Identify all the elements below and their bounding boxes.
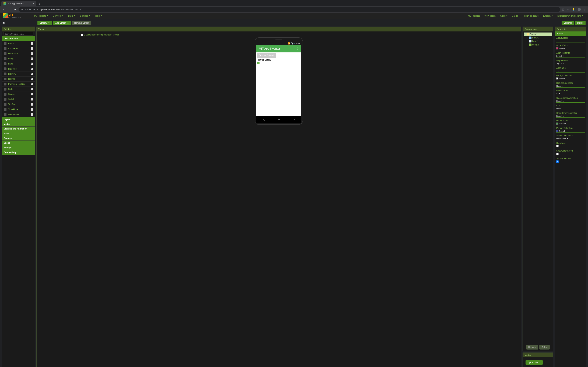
prop-value[interactable]: None... <box>556 84 585 88</box>
prop-value[interactable]: Unspecified ▾ <box>556 137 585 140</box>
rename-button[interactable]: Rename <box>526 345 538 350</box>
help-icon[interactable]: ? <box>31 103 33 106</box>
help-icon[interactable]: ? <box>31 88 33 90</box>
palette-webviewer[interactable]: WebViewer? <box>2 112 35 117</box>
nav-my-projects[interactable]: My Projects ▼ <box>32 13 50 18</box>
help-icon[interactable]: ? <box>31 58 33 60</box>
tree-item-button1[interactable]: Button1 <box>529 36 552 40</box>
drawer-storage[interactable]: Storage <box>2 145 35 150</box>
prop-value[interactable]: None... <box>556 107 585 110</box>
menu-icon[interactable]: ⋮ <box>584 8 586 11</box>
address-bar[interactable]: ⚠ Not Secure ai2.appinventor.mit.edu/#49… <box>19 7 560 12</box>
help-icon[interactable]: ? <box>31 47 33 50</box>
search-components-input[interactable] <box>3 32 34 36</box>
designer-button[interactable]: Designer <box>562 21 574 25</box>
nav-view-trash[interactable]: View Trash <box>482 13 498 18</box>
prop-value[interactable]: All ▾ <box>556 92 585 95</box>
phone-content[interactable]: Text for Button1 Text for Label1 <box>256 52 301 116</box>
forward-button[interactable]: → <box>8 8 11 11</box>
drawer-user-interface[interactable]: User Interface <box>2 36 35 41</box>
prop-value[interactable]: Top : 1 ▾ <box>556 62 585 65</box>
help-icon[interactable]: ? <box>31 42 33 45</box>
prop-value[interactable]: Custom... <box>556 122 585 125</box>
overflow-icon[interactable]: ⋮ <box>296 47 299 50</box>
palette-listview[interactable]: ListView? <box>2 71 35 76</box>
remove-screen-button[interactable]: Remove Screen <box>72 21 91 25</box>
close-icon[interactable]: ✕ <box>33 2 34 5</box>
help-icon[interactable]: ? <box>31 83 33 85</box>
palette-spinner[interactable]: Spinner? <box>2 92 35 97</box>
drawer-maps[interactable]: Maps <box>2 131 35 136</box>
back-key-icon[interactable]: ◁ <box>263 118 265 121</box>
drawer-layout[interactable]: Layout <box>2 117 35 122</box>
palette-timepicker[interactable]: TimePicker? <box>2 107 35 112</box>
prop-value[interactable] <box>556 70 585 73</box>
tree-item-image1[interactable]: Image1 <box>529 43 552 47</box>
nav-help[interactable]: Help ▼ <box>93 13 104 18</box>
palette-switch[interactable]: Switch? <box>2 97 35 102</box>
palette-label[interactable]: Label? <box>2 61 35 67</box>
star-icon[interactable]: ☆ <box>567 8 569 11</box>
help-icon[interactable]: ? <box>31 52 33 55</box>
palette-textbox[interactable]: TextBox? <box>2 102 35 107</box>
drawer-connectivity[interactable]: Connectivity <box>2 150 35 155</box>
delete-button[interactable]: Delete <box>539 345 550 350</box>
prop-value[interactable]: Default ▾ <box>556 100 585 103</box>
help-icon[interactable]: ? <box>31 93 33 95</box>
palette-slider[interactable]: Slider? <box>2 87 35 92</box>
palette-listpicker[interactable]: ListPicker? <box>2 67 35 71</box>
drawer-social[interactable]: Social <box>2 141 35 145</box>
blocks-button[interactable]: Blocks <box>575 21 586 25</box>
profile-avatar[interactable] <box>578 8 581 11</box>
prop-value[interactable] <box>556 40 585 42</box>
prop-value[interactable]: Default ▾ <box>556 115 585 118</box>
hidden-components-checkbox[interactable] <box>81 34 83 36</box>
help-icon[interactable]: ? <box>31 98 33 100</box>
drawer-drawing-and-animation[interactable]: Drawing and Animation <box>2 126 35 131</box>
nav-settings[interactable]: Settings ▼ <box>78 13 93 18</box>
key-icon[interactable]: ⚿ <box>562 8 564 11</box>
help-icon[interactable]: ? <box>31 113 33 116</box>
recent-key-icon[interactable]: □ <box>293 118 295 121</box>
home-key-icon[interactable]: ○ <box>278 118 280 121</box>
phone-screen[interactable]: 📶 📡 ▮ 9:48 MIT App Inventor ⋮ Text for B… <box>256 42 301 123</box>
upload-file-button[interactable]: Upload File ... <box>526 360 543 365</box>
palette-image[interactable]: Image? <box>2 56 35 61</box>
nav-guide[interactable]: Guide <box>510 13 520 18</box>
help-icon[interactable]: ? <box>31 78 33 80</box>
nav-my-projects[interactable]: My Projects <box>466 13 482 18</box>
mock-label1[interactable]: Text for Label1 <box>257 58 301 61</box>
prop-value[interactable] <box>556 153 559 155</box>
help-icon[interactable]: ? <box>31 63 33 65</box>
tree-item-label1[interactable]: Label1 <box>529 40 552 43</box>
reload-button[interactable]: ⟳ <box>13 8 17 11</box>
tree-root-screen1[interactable]: ⊟ Screen1 <box>524 33 552 36</box>
palette-checkbox[interactable]: CheckBox? <box>2 46 35 51</box>
nav-connect[interactable]: Connect ▼ <box>51 13 66 18</box>
hidden-components-toggle[interactable]: Display hidden components in Viewer <box>81 33 119 36</box>
nav-build[interactable]: Build ▼ <box>66 13 78 18</box>
palette-notifier[interactable]: Notifier? <box>2 76 35 82</box>
mock-button1[interactable]: Text for Button1 <box>257 53 276 58</box>
palette-datepicker[interactable]: DatePicker? <box>2 51 35 56</box>
palette-passwordtextbox[interactable]: PasswordTextBox? <box>2 82 35 87</box>
nav-report-an-issue[interactable]: Report an Issue <box>520 13 541 18</box>
mock-image1[interactable] <box>257 62 259 64</box>
browser-tab[interactable]: MIT App Inventor ✕ <box>1 1 36 6</box>
logo[interactable]: MIT APP INVENTOR <box>3 13 21 18</box>
bulb-icon[interactable]: 💡 <box>572 8 575 11</box>
help-icon[interactable]: ? <box>31 68 33 70</box>
prop-value[interactable] <box>556 145 559 147</box>
add-screen-button[interactable]: Add Screen ... <box>53 21 71 25</box>
drawer-media[interactable]: Media <box>2 122 35 126</box>
palette-button[interactable]: Button? <box>2 41 35 46</box>
prop-value[interactable]: Default <box>556 47 585 50</box>
back-button[interactable]: ← <box>2 8 6 11</box>
nav-english[interactable]: English ▼ <box>541 13 555 18</box>
prop-value[interactable] <box>556 160 559 163</box>
nav-hybroteam-gmail-com[interactable]: hybroteam@gmail.com ▼ <box>555 13 585 18</box>
drawer-sensors[interactable]: Sensors <box>2 136 35 141</box>
screen-dropdown[interactable]: Screen1 ▼ <box>37 21 52 25</box>
new-tab-button[interactable]: + <box>36 3 43 6</box>
help-icon[interactable]: ? <box>31 73 33 75</box>
